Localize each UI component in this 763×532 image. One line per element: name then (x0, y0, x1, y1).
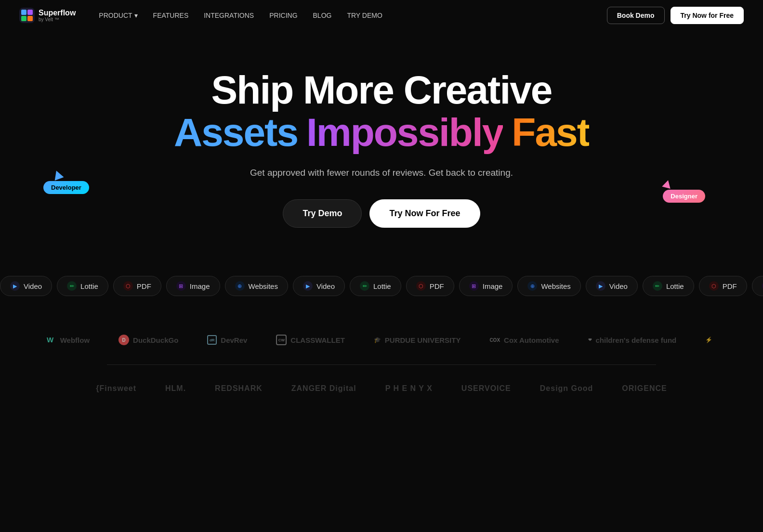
pill-label: Image (190, 282, 210, 290)
designer-badge: Designer (663, 190, 705, 203)
cursor-blue-icon (52, 169, 64, 181)
nav-blog[interactable]: BLOG (313, 12, 332, 19)
logo-classwallet: CWCLASSWALLET (276, 335, 345, 345)
hero-section: Developer Designer Ship More Creative As… (0, 31, 763, 247)
logo-sub: by Velt ™ (39, 17, 76, 22)
pill-icon-video: ▶ (10, 281, 20, 291)
navbar: Superflow by Velt ™ PRODUCT ▾ FEATURES I… (0, 0, 763, 31)
pill-icon-video: ▶ (303, 281, 313, 291)
nav-try-demo[interactable]: TRY DEMO (347, 12, 382, 19)
try-free-button[interactable]: Try Now for Free (671, 7, 744, 24)
pill-icon-pdf: ⬡ (123, 281, 133, 291)
logo-origence: ORIGENCE (622, 384, 667, 393)
svg-rect-2 (27, 10, 33, 15)
logo-phenyx: P H E N Y X (385, 384, 433, 393)
pill-item[interactable]: ✏Lottie (57, 276, 108, 296)
logo-children: ❤children's defense fund (588, 336, 677, 344)
chevron-down-icon: ▾ (134, 12, 138, 19)
pill-item[interactable]: ⊕Websites (517, 276, 580, 296)
pill-icon-lottie: ✏ (653, 281, 662, 291)
pill-icon-pdf: ⬡ (416, 281, 426, 291)
logos-section: WWebflowDDuckDuckGodRDevRevCWCLASSWALLET… (0, 306, 763, 412)
pill-item[interactable]: ⊞Image (166, 276, 220, 296)
cursor-pink-icon (662, 179, 673, 189)
hero-buttons: Try Demo Try Now For Free (283, 199, 480, 228)
nav-actions: Book Demo Try Now for Free (607, 7, 744, 24)
pill-icon-lottie: ✏ (67, 281, 77, 291)
logo-icon (19, 8, 35, 23)
pill-strip-inner: ▶Video✏Lottie⬡PDF⊞Image⊕Websites▶Video✏L… (0, 276, 763, 296)
pill-item[interactable]: ✏Lottie (350, 276, 401, 296)
pill-label: Websites (541, 282, 570, 290)
logo-logo8: ⚡ (705, 337, 716, 343)
logo-cox: COXCox Automotive (489, 336, 559, 344)
logo-purdue: 🎓PURDUE UNIVERSITY (374, 336, 461, 344)
pill-label: PDF (723, 282, 737, 290)
pill-label: Lottie (373, 282, 391, 290)
hero-title-line2: Assets Impossibly Fast (174, 111, 589, 154)
pill-label: Websites (249, 282, 278, 290)
svg-rect-3 (21, 16, 26, 21)
pill-item[interactable]: ⊞Image (752, 276, 763, 296)
pill-label: Video (316, 282, 335, 290)
logo-redshark: REDSHARK (215, 384, 263, 393)
pill-item[interactable]: ⬡PDF (406, 276, 454, 296)
hero-subtitle: Get approved with fewer rounds of review… (250, 168, 513, 178)
logo-uservoice: USERVOICE (461, 384, 511, 393)
word-impossibly: Impossibly (306, 111, 503, 154)
hero-try-demo-button[interactable]: Try Demo (283, 199, 362, 228)
pill-item[interactable]: ⊞Image (459, 276, 513, 296)
developer-badge-container: Developer (43, 170, 89, 194)
designer-badge-container: Designer (663, 180, 705, 203)
hero-title-line1: Ship More Creative (211, 69, 552, 111)
word-assets: Assets (174, 111, 298, 154)
hero-try-free-button[interactable]: Try Now For Free (369, 199, 480, 228)
pill-strip: ▶Video✏Lottie⬡PDF⊞Image⊕Websites▶Video✏L… (0, 266, 763, 306)
pill-label: PDF (430, 282, 444, 290)
pill-icon-pdf: ⬡ (709, 281, 719, 291)
nav-product[interactable]: PRODUCT ▾ (99, 12, 137, 19)
pill-item[interactable]: ✏Lottie (643, 276, 694, 296)
logos-row-2: {FinsweetHLM.REDSHARKZANGER DigitalP H E… (39, 384, 724, 393)
svg-rect-4 (27, 16, 33, 21)
pill-label: Video (609, 282, 628, 290)
developer-badge: Developer (43, 181, 89, 194)
pill-label: Lottie (80, 282, 98, 290)
nav-integrations[interactable]: INTEGRATIONS (204, 12, 254, 19)
pill-icon-image: ⊞ (176, 281, 186, 291)
pill-item[interactable]: ▶Video (0, 276, 52, 296)
pill-icon-websites: ⊕ (527, 281, 537, 291)
logo-finsweet: {Finsweet (96, 384, 136, 393)
nav-links: PRODUCT ▾ FEATURES INTEGRATIONS PRICING … (99, 12, 606, 19)
logo-devrev: dRDevRev (207, 335, 247, 345)
pill-icon-image: ⊞ (469, 281, 479, 291)
logo-duckduckgo: DDuckDuckGo (118, 335, 178, 345)
nav-features[interactable]: FEATURES (153, 12, 189, 19)
pill-icon-lottie: ✏ (360, 281, 369, 291)
pill-item[interactable]: ⬡PDF (699, 276, 747, 296)
pill-item[interactable]: ▶Video (586, 276, 638, 296)
logo-hlm: HLM. (165, 384, 186, 393)
svg-rect-1 (21, 10, 26, 15)
logo-zanger: ZANGER Digital (291, 384, 356, 393)
pill-item[interactable]: ⬡PDF (113, 276, 161, 296)
pill-icon-video: ▶ (596, 281, 605, 291)
logo[interactable]: Superflow by Velt ™ (19, 8, 76, 23)
logo-name: Superflow (39, 9, 76, 17)
pill-label: PDF (137, 282, 151, 290)
svg-text:W: W (47, 336, 54, 344)
pill-icon-websites: ⊕ (235, 281, 245, 291)
pill-label: Image (483, 282, 503, 290)
pill-item[interactable]: ▶Video (293, 276, 345, 296)
logos-row-1: WWebflowDDuckDuckGodRDevRevCWCLASSWALLET… (39, 335, 724, 345)
divider (107, 364, 656, 365)
logo-webflow: WWebflow (47, 335, 90, 345)
book-demo-button[interactable]: Book Demo (607, 7, 665, 24)
word-fast: Fast (512, 111, 589, 154)
pill-label: Lottie (666, 282, 684, 290)
nav-pricing[interactable]: PRICING (269, 12, 297, 19)
pill-label: Video (24, 282, 42, 290)
logo-designgood: Design Good (540, 384, 593, 393)
pill-item[interactable]: ⊕Websites (225, 276, 288, 296)
